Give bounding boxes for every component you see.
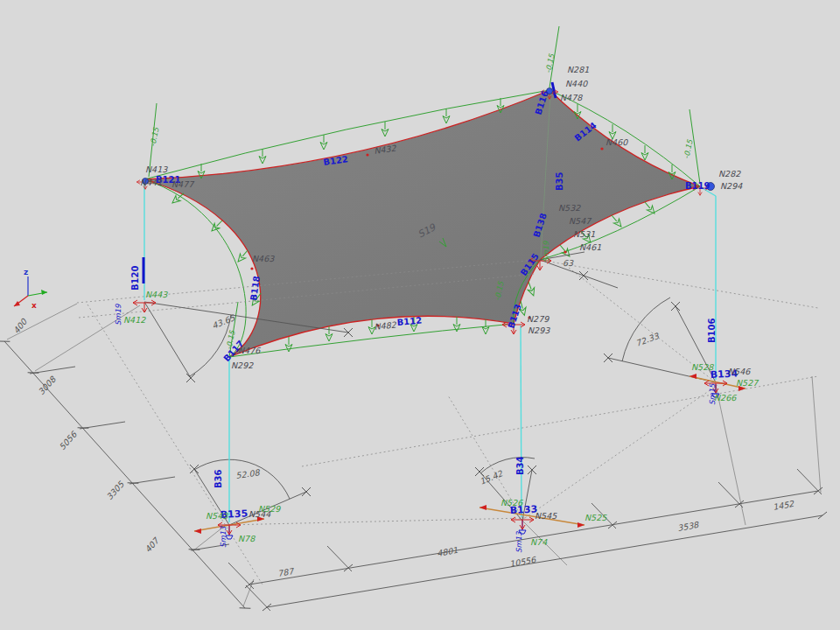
node-label[interactable]: N74: [530, 537, 548, 547]
node-label[interactable]: N478: [560, 93, 583, 102]
node-label[interactable]: N281: [567, 65, 589, 74]
node-label[interactable]: N266: [714, 393, 737, 402]
node-label[interactable]: N476: [238, 346, 261, 355]
support-label: Sm15: [708, 383, 717, 405]
node-label[interactable]: N412: [123, 315, 146, 325]
dim-label: 4801: [436, 545, 458, 558]
node-label[interactable]: N443: [145, 290, 168, 299]
node-label[interactable]: N545: [535, 511, 557, 521]
node-label[interactable]: N279: [527, 314, 550, 324]
node-label[interactable]: N78: [238, 534, 256, 543]
dim-label: 787: [276, 566, 295, 578]
axis-label-x: x: [32, 301, 37, 310]
dim-label: 15.42: [479, 468, 505, 486]
dim-label: 400: [11, 316, 29, 335]
support-label: Sm19: [114, 304, 122, 326]
node-label[interactable]: N293: [528, 326, 550, 335]
node-label[interactable]: N477: [172, 179, 194, 189]
node-label[interactable]: N440: [565, 79, 588, 88]
dim-label: 72.33: [634, 331, 661, 348]
node-label[interactable]: N526: [500, 498, 523, 508]
beam-label[interactable]: B112: [396, 316, 422, 327]
axis-gizmo: z x: [14, 268, 47, 310]
node-label[interactable]: N282: [718, 169, 741, 178]
node-label[interactable]: N546: [728, 367, 751, 376]
dim-label: 10556: [508, 555, 537, 569]
node-label[interactable]: N292: [231, 360, 254, 370]
node-label[interactable]: N532: [558, 203, 581, 213]
offset-label: -0.15: [682, 138, 694, 159]
node-label[interactable]: N531: [573, 229, 595, 239]
node-label[interactable]: N525: [584, 513, 607, 522]
model-canvas[interactable]: z x S19 B122 B114 B116 B121 B119 B120 B1…: [0, 0, 840, 630]
beam-label[interactable]: B34: [515, 456, 525, 475]
axis-label-z: z: [24, 268, 28, 276]
beam-label[interactable]: B119: [685, 181, 710, 191]
node-label[interactable]: N482: [374, 319, 397, 332]
offset-label: -0.15: [543, 52, 556, 74]
node-label[interactable]: N527: [736, 378, 759, 388]
dim-label: 3538: [676, 520, 700, 533]
node-label[interactable]: N529: [258, 504, 281, 514]
dim-label: 407: [143, 536, 161, 555]
node-label[interactable]: N461: [579, 242, 601, 252]
dim-label: 63: [563, 258, 574, 268]
node-label[interactable]: N460: [606, 137, 628, 147]
support-label: Sm19: [542, 241, 550, 262]
beam-label[interactable]: B106: [707, 318, 717, 343]
node-label[interactable]: N547: [569, 216, 592, 226]
cad-viewport[interactable]: z x S19 B122 B114 B116 B121 B119 B120 B1…: [0, 0, 840, 630]
dim-label: 52.08: [235, 467, 261, 480]
dim-label: 3008: [36, 374, 58, 396]
ground-anchors[interactable]: [194, 374, 746, 539]
support-label: Sm13: [219, 526, 228, 548]
beam-label[interactable]: B118: [248, 275, 262, 301]
beam-label[interactable]: B120: [130, 265, 140, 290]
support-label: Sm13: [514, 531, 523, 553]
dim-label: 3305: [104, 479, 126, 501]
offset-label: -0.15: [148, 126, 160, 147]
dim-label: 43.65: [211, 312, 237, 331]
dim-label: 5056: [57, 429, 79, 452]
node-label[interactable]: N528: [691, 362, 714, 372]
node-label[interactable]: N441: [140, 178, 162, 187]
dim-label: 1452: [772, 499, 795, 512]
node-label[interactable]: N543: [206, 511, 228, 521]
beam-label[interactable]: B36: [214, 469, 223, 488]
node-label[interactable]: N294: [720, 181, 743, 191]
node-label[interactable]: N413: [145, 164, 168, 174]
beam-label[interactable]: B35: [555, 172, 564, 191]
node-label[interactable]: N463: [252, 254, 275, 263]
